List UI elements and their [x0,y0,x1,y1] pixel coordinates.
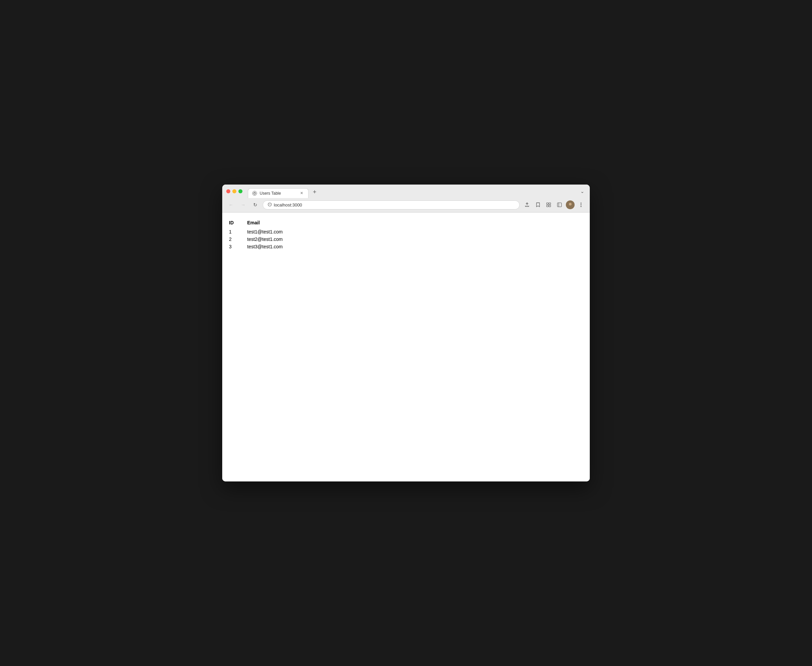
back-icon: ← [228,202,233,208]
reload-button[interactable]: ↻ [251,200,260,209]
share-button[interactable] [522,200,532,209]
minimize-button[interactable] [232,189,237,193]
reload-icon: ↻ [253,202,257,208]
table-header-row: ID Email [229,219,296,228]
cell-id: 2 [229,236,247,243]
maximize-button[interactable] [238,189,242,193]
address-lock-icon [268,203,272,208]
svg-point-3 [268,203,271,206]
svg-rect-5 [549,203,551,204]
cell-id: 3 [229,243,247,251]
svg-point-11 [568,206,573,208]
address-bar: ← → ↻ localhost:3000 [222,198,590,212]
svg-point-10 [569,203,572,206]
page-content: ID Email 1test1@test1.com2test2@test1.co… [222,213,590,481]
extensions-button[interactable] [544,200,553,209]
svg-point-14 [581,206,582,207]
browser-tab[interactable]: Users Table ✕ [248,188,309,198]
profile-button[interactable] [565,200,575,209]
tabs-dropdown-icon[interactable]: ⌄ [579,187,586,195]
cell-email: test3@test1.com [247,243,296,251]
svg-point-2 [254,193,255,194]
menu-button[interactable] [576,200,586,209]
tab-close-button[interactable]: ✕ [299,191,304,196]
browser-window: Users Table ✕ + ⌄ ← → ↻ [222,185,590,481]
close-button[interactable] [226,189,230,193]
svg-rect-8 [557,203,561,207]
forward-button[interactable]: → [238,200,248,209]
back-button[interactable]: ← [226,200,236,209]
title-bar: Users Table ✕ + ⌄ ← → ↻ [222,185,590,213]
tab-bar-right: ⌄ [579,187,586,198]
column-header-id: ID [229,219,247,228]
svg-rect-6 [547,205,548,207]
cell-id: 1 [229,228,247,236]
forward-icon: → [241,202,245,208]
table-row: 3test3@test1.com [229,243,296,251]
column-header-email: Email [247,219,296,228]
tab-title: Users Table [260,191,296,196]
sidebar-button[interactable] [555,200,564,209]
svg-point-12 [581,203,582,204]
svg-rect-4 [547,203,548,204]
url-text: localhost:3000 [274,203,302,208]
cell-email: test2@test1.com [247,236,296,243]
svg-rect-7 [549,205,551,207]
profile-avatar [566,200,575,209]
toolbar-icons [522,200,586,209]
address-input[interactable]: localhost:3000 [263,200,519,209]
tab-favicon-icon [252,191,257,196]
bookmark-button[interactable] [533,200,542,209]
tab-bar: Users Table ✕ + ⌄ [222,185,590,198]
traffic-lights [226,189,242,196]
svg-point-13 [581,204,582,206]
users-table: ID Email 1test1@test1.com2test2@test1.co… [229,219,296,251]
table-row: 2test2@test1.com [229,236,296,243]
cell-email: test1@test1.com [247,228,296,236]
table-row: 1test1@test1.com [229,228,296,236]
new-tab-button[interactable]: + [310,187,319,197]
